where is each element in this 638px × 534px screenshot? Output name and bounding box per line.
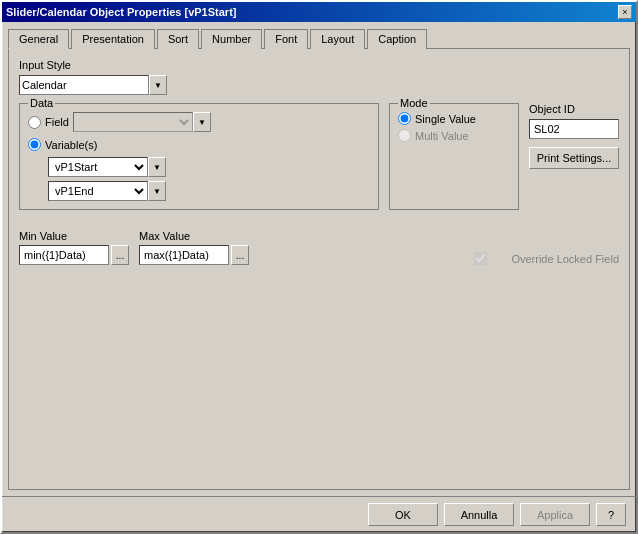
var2-dropdown-btn[interactable]: ▼ bbox=[148, 181, 166, 201]
min-value-input[interactable] bbox=[19, 245, 109, 265]
cancel-button[interactable]: Annulla bbox=[444, 503, 514, 526]
multi-value-label: Multi Value bbox=[415, 130, 469, 142]
var2-select-wrapper: vP1End ▼ bbox=[48, 181, 370, 201]
tab-bar: General Presentation Sort Number Font La… bbox=[8, 28, 630, 49]
window-content: General Presentation Sort Number Font La… bbox=[2, 22, 636, 496]
field-dropdown-btn[interactable]: ▼ bbox=[193, 112, 211, 132]
field-radio[interactable] bbox=[28, 116, 41, 129]
multi-value-row: Multi Value bbox=[398, 129, 510, 142]
window-title: Slider/Calendar Object Properties [vP1St… bbox=[6, 6, 236, 18]
apply-button[interactable]: Applica bbox=[520, 503, 590, 526]
min-browse-button[interactable]: ... bbox=[111, 245, 129, 265]
min-value-input-row: ... bbox=[19, 245, 129, 265]
variables-label: Variable(s) bbox=[45, 139, 97, 151]
tab-layout[interactable]: Layout bbox=[310, 29, 365, 49]
print-settings-button[interactable]: Print Settings... bbox=[529, 147, 619, 169]
min-max-row: Min Value ... Max Value ... bbox=[19, 230, 249, 265]
general-tab-content: Input Style Calendar ▼ Data Field bbox=[8, 49, 630, 490]
input-style-select-wrapper: Calendar ▼ bbox=[19, 75, 167, 95]
input-style-row: Calendar ▼ bbox=[19, 75, 619, 95]
field-select-wrapper: ▼ bbox=[73, 112, 211, 132]
help-button[interactable]: ? bbox=[596, 503, 626, 526]
object-id-input[interactable] bbox=[529, 119, 619, 139]
max-value-input[interactable] bbox=[139, 245, 229, 265]
var2-select[interactable]: vP1End bbox=[48, 181, 148, 201]
field-label: Field bbox=[45, 116, 69, 128]
tab-presentation[interactable]: Presentation bbox=[71, 29, 155, 49]
min-value-label: Min Value bbox=[19, 230, 129, 242]
multi-value-radio[interactable] bbox=[398, 129, 411, 142]
tab-sort[interactable]: Sort bbox=[157, 29, 199, 49]
var1-select-wrapper: vP1Start ▼ bbox=[48, 157, 370, 177]
main-content-row: Data Field ▼ Variable(s) bbox=[19, 103, 619, 218]
max-value-group: Max Value ... bbox=[139, 230, 249, 265]
field-select[interactable] bbox=[73, 112, 193, 132]
bottom-row: Min Value ... Max Value ... bbox=[19, 230, 619, 265]
input-style-select[interactable]: Calendar bbox=[19, 75, 149, 95]
tab-font[interactable]: Font bbox=[264, 29, 308, 49]
tab-general[interactable]: General bbox=[8, 29, 69, 49]
field-row: Field ▼ bbox=[28, 112, 370, 132]
override-checkbox[interactable] bbox=[474, 252, 487, 265]
single-value-row: Single Value bbox=[398, 112, 510, 125]
var1-select[interactable]: vP1Start bbox=[48, 157, 148, 177]
bottom-bar: OK Annulla Applica ? bbox=[2, 496, 636, 532]
data-group-legend: Data bbox=[28, 97, 55, 109]
object-id-label: Object ID bbox=[529, 103, 619, 115]
var1-dropdown-btn[interactable]: ▼ bbox=[148, 157, 166, 177]
input-style-dropdown-btn[interactable]: ▼ bbox=[149, 75, 167, 95]
close-button[interactable]: × bbox=[618, 5, 632, 19]
main-window: Slider/Calendar Object Properties [vP1St… bbox=[0, 0, 638, 534]
variables-radio[interactable] bbox=[28, 138, 41, 151]
override-row: Override Locked Field bbox=[474, 252, 619, 265]
data-group: Data Field ▼ Variable(s) bbox=[19, 103, 379, 210]
ok-button[interactable]: OK bbox=[368, 503, 438, 526]
tab-number[interactable]: Number bbox=[201, 29, 262, 49]
mode-group-legend: Mode bbox=[398, 97, 430, 109]
max-value-label: Max Value bbox=[139, 230, 249, 242]
title-bar: Slider/Calendar Object Properties [vP1St… bbox=[2, 2, 636, 22]
input-style-label: Input Style bbox=[19, 59, 619, 71]
override-label: Override Locked Field bbox=[511, 253, 619, 265]
var-selects: vP1Start ▼ vP1End ▼ bbox=[48, 157, 370, 201]
object-id-section: Object ID Print Settings... bbox=[529, 103, 619, 218]
max-browse-button[interactable]: ... bbox=[231, 245, 249, 265]
mode-group: Mode Single Value Multi Value bbox=[389, 103, 519, 210]
tab-caption[interactable]: Caption bbox=[367, 29, 427, 49]
single-value-label: Single Value bbox=[415, 113, 476, 125]
single-value-radio[interactable] bbox=[398, 112, 411, 125]
max-value-input-row: ... bbox=[139, 245, 249, 265]
variables-row: Variable(s) bbox=[28, 138, 370, 151]
min-value-group: Min Value ... bbox=[19, 230, 129, 265]
